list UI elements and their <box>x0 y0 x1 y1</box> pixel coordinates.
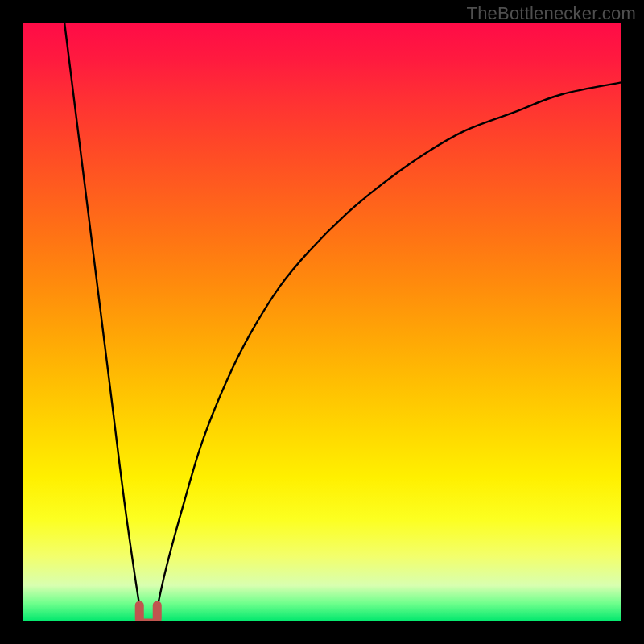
curve-right-branch <box>155 82 621 621</box>
curve-layer <box>23 23 621 621</box>
curve-left-branch <box>64 23 142 621</box>
watermark-text: TheBottlenecker.com <box>467 3 636 24</box>
bottleneck-curve <box>64 23 621 621</box>
chart-frame: TheBottlenecker.com <box>0 0 644 644</box>
plot-area <box>23 23 621 621</box>
minimum-marker <box>139 605 157 621</box>
